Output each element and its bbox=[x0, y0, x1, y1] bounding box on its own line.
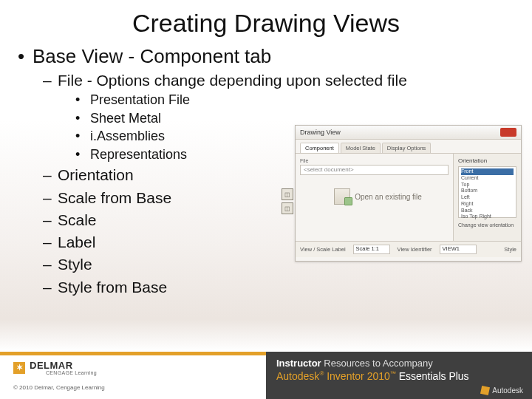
tab-model-state: Model State bbox=[341, 143, 381, 153]
list-item: Bottom bbox=[461, 188, 514, 194]
dash-icon: – bbox=[43, 278, 58, 297]
bullet-text: Label bbox=[58, 233, 95, 252]
bullet-text: Presentation File bbox=[90, 92, 190, 109]
thumbnail-column: ◫ ◫ bbox=[282, 188, 295, 216]
list-item: Back bbox=[461, 208, 514, 214]
dialog-tabs: Component Model State Display Options bbox=[296, 140, 521, 154]
bullet-text: i.Assemblies bbox=[90, 128, 165, 145]
bullet-lvl1: • Base View - Component tab bbox=[18, 45, 514, 68]
dialog-bottom: View / Scale Label Scale 1:1 View Identi… bbox=[296, 241, 521, 257]
list-item: Iso Top Right bbox=[461, 214, 514, 220]
dash-icon: – bbox=[43, 255, 58, 274]
list-item: Right bbox=[461, 201, 514, 208]
bullet-text: Representations bbox=[90, 146, 187, 163]
footer: ✶ DELMAR CENGAGE Learning © 2010 Delmar,… bbox=[0, 352, 532, 399]
file-label: File bbox=[300, 158, 449, 163]
file-select-field: <select document> bbox=[300, 165, 449, 175]
dash-icon: – bbox=[43, 233, 58, 252]
open-file-icon bbox=[334, 188, 350, 205]
view-scale-label: View / Scale Label bbox=[300, 246, 346, 253]
bullet-lvl2: – Style from Base bbox=[43, 278, 514, 297]
bullet-text: Sheet Metal bbox=[90, 110, 161, 127]
autodesk-icon bbox=[480, 386, 490, 395]
drawing-view-dialog: Drawing View Component Model State Displ… bbox=[295, 125, 522, 262]
dialog-title-text: Drawing View bbox=[300, 129, 341, 136]
tm-icon: ™ bbox=[390, 370, 396, 377]
bullet-lvl3: • Presentation File bbox=[75, 92, 514, 109]
bullet-text: Scale from Base bbox=[58, 188, 171, 208]
dialog-left-pane: File <select document> Open an existing … bbox=[296, 154, 453, 241]
bullet-icon: • bbox=[18, 45, 33, 68]
bullet-lvl2: – File - Options change depending upon s… bbox=[43, 71, 514, 90]
dash-icon: – bbox=[43, 166, 58, 185]
orientation-list: Front Current Top Bottom Left Right Back… bbox=[458, 166, 516, 218]
brand: ✶ DELMAR CENGAGE Learning bbox=[13, 360, 253, 375]
open-existing-file: Open an existing file bbox=[310, 180, 446, 213]
autodesk-logo: Autodesk bbox=[481, 386, 523, 395]
autodesk-text: Autodesk bbox=[492, 386, 523, 395]
thumb-icon: ◫ bbox=[282, 202, 293, 214]
footer-right: Instructor Resources to Accompany Autode… bbox=[266, 352, 532, 399]
footer-line1a: Instructor bbox=[276, 358, 324, 369]
orientation-label: Orientation bbox=[458, 157, 516, 164]
footer-product-e: Essentials Plus bbox=[396, 370, 469, 382]
bullet-lvl3: • Sheet Metal bbox=[75, 110, 514, 127]
bullet-icon: • bbox=[75, 110, 90, 127]
footer-line1: Instructor Resources to Accompany bbox=[276, 358, 522, 369]
slide: Creating Drawing Views • Base View - Com… bbox=[0, 0, 532, 399]
copyright: © 2010 Delmar, Cengage Learning bbox=[13, 384, 253, 391]
style-label: Style bbox=[504, 246, 516, 253]
bullet-text: Base View - Component tab bbox=[33, 45, 271, 68]
brand-name: DELMAR bbox=[30, 360, 97, 371]
dialog-right-pane: Orientation Front Current Top Bottom Lef… bbox=[453, 154, 521, 241]
change-orientation-label: Change view orientation bbox=[458, 222, 516, 228]
list-item: Left bbox=[461, 194, 514, 201]
brand-sub: CENGAGE Learning bbox=[46, 370, 97, 375]
open-file-text: Open an existing file bbox=[355, 193, 422, 201]
dash-icon: – bbox=[43, 211, 58, 230]
list-item: Top bbox=[461, 182, 514, 188]
tab-display-options: Display Options bbox=[382, 143, 432, 153]
footer-product-c: Inventor 2010 bbox=[324, 370, 390, 382]
dash-icon: – bbox=[43, 71, 58, 90]
list-item: Front bbox=[461, 168, 514, 175]
view-identifier-field: VIEW1 bbox=[440, 245, 477, 254]
thumb-icon: ◫ bbox=[282, 188, 293, 200]
view-identifier-label: View Identifier bbox=[398, 246, 432, 253]
bullet-icon: • bbox=[75, 92, 90, 109]
tab-component: Component bbox=[300, 143, 339, 153]
bullet-text: File - Options change depending upon sel… bbox=[58, 71, 407, 90]
dash-icon: – bbox=[43, 188, 58, 208]
scale-field: Scale 1:1 bbox=[353, 245, 390, 254]
bullet-icon: • bbox=[75, 128, 90, 145]
footer-left: ✶ DELMAR CENGAGE Learning © 2010 Delmar,… bbox=[0, 352, 266, 399]
bullet-text: Style from Base bbox=[58, 278, 167, 297]
footer-line2: Autodesk® Inventor 2010™ Essentials Plus bbox=[276, 370, 522, 382]
bullet-text: Style bbox=[58, 255, 92, 274]
footer-product-a: Autodesk bbox=[276, 370, 319, 382]
dialog-body: File <select document> Open an existing … bbox=[296, 154, 521, 241]
bullet-text: Scale bbox=[58, 211, 97, 230]
list-item: Current bbox=[461, 175, 514, 182]
brand-badge-icon: ✶ bbox=[13, 362, 25, 374]
bullet-text: Orientation bbox=[58, 166, 134, 185]
close-icon bbox=[500, 128, 516, 137]
dialog-titlebar: Drawing View bbox=[296, 126, 521, 140]
footer-line1b: Resources to Accompany bbox=[324, 358, 432, 369]
bullet-icon: • bbox=[75, 146, 90, 163]
slide-title: Creating Drawing Views bbox=[0, 0, 532, 38]
